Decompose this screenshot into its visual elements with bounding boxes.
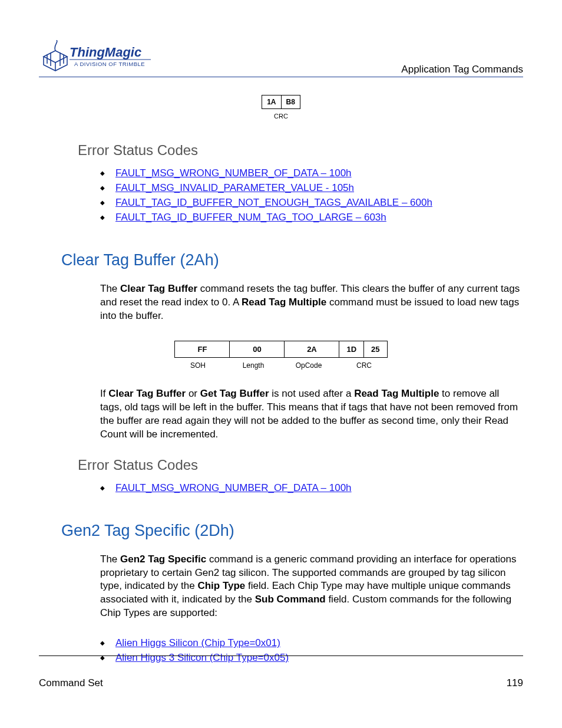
cmd-label: OpCode	[281, 361, 336, 370]
list-item: FAULT_TAG_ID_BUFFER_NUM_TAG_TOO_LARGE – …	[100, 212, 523, 223]
logo-text-main: ThingMagic	[70, 45, 141, 60]
ctb-para-2: If Clear Tag Buffer or Get Tag Buffer is…	[100, 387, 521, 442]
cmd-cell: 2A	[285, 341, 339, 357]
heading-error-status-1: Error Status Codes	[78, 142, 523, 159]
logo: ThingMagic A DIVISION OF TRIMBLE	[39, 40, 157, 77]
fault-link[interactable]: FAULT_MSG_INVALID_PARAMETER_VALUE - 105h	[115, 182, 354, 193]
list-item: FAULT_TAG_ID_BUFFER_NOT_ENOUGH_TAGS_AVAI…	[100, 197, 523, 209]
ctb-para-1: The Clear Tag Buffer command resets the …	[100, 282, 521, 323]
cmd-label: Length	[226, 361, 281, 370]
list-item: FAULT_MSG_WRONG_NUMBER_OF_DATA – 100h	[100, 167, 523, 179]
crc-cell-2: B8	[281, 95, 300, 109]
list-item: Alien Higgs 3 Silicon (Chip Type=0x05)	[100, 652, 523, 664]
cmd-cell: FF	[175, 341, 230, 357]
heading-clear-tag-buffer: Clear Tag Buffer (2Ah)	[61, 251, 523, 269]
list-item: FAULT_MSG_INVALID_PARAMETER_VALUE - 105h	[100, 182, 523, 194]
heading-error-status-2: Error Status Codes	[78, 457, 523, 473]
cmd-cell: 25	[364, 341, 387, 357]
crc-cell-1: 1A	[262, 95, 281, 109]
list-item: Alien Higgs Silicon (Chip Type=0x01)	[100, 637, 523, 649]
chip-type-links: Alien Higgs Silicon (Chip Type=0x01) Ali…	[100, 634, 523, 667]
footer-rule	[39, 655, 523, 656]
cmd-label: CRC	[336, 361, 392, 370]
heading-gen2-tag-specific: Gen2 Tag Specific (2Dh)	[61, 522, 523, 540]
fault-link[interactable]: FAULT_TAG_ID_BUFFER_NUM_TAG_TOO_LARGE – …	[115, 212, 386, 223]
fault-link[interactable]: FAULT_MSG_WRONG_NUMBER_OF_DATA – 100h	[115, 482, 352, 493]
cmd-label: SOH	[170, 361, 226, 370]
footer-page-number: 119	[507, 677, 523, 689]
list-item: FAULT_MSG_WRONG_NUMBER_OF_DATA – 100h	[100, 482, 523, 494]
header-rule	[39, 77, 523, 77]
header-section-title: Application Tag Commands	[401, 64, 523, 75]
error-links-list-1: FAULT_MSG_WRONG_NUMBER_OF_DATA – 100h FA…	[100, 164, 523, 226]
cmd-cell: 1D	[339, 341, 364, 357]
fault-link[interactable]: FAULT_TAG_ID_BUFFER_NOT_ENOUGH_TAGS_AVAI…	[115, 197, 432, 208]
crc-label: CRC	[39, 113, 523, 120]
fault-link[interactable]: FAULT_MSG_WRONG_NUMBER_OF_DATA – 100h	[115, 167, 352, 179]
command-table: FF 00 2A 1D 25	[174, 341, 387, 358]
crc-table: 1A B8	[262, 95, 300, 109]
gen2-para-1: The Gen2 Tag Specific command is a gener…	[100, 553, 521, 621]
chip-type-link[interactable]: Alien Higgs 3 Silicon (Chip Type=0x05)	[115, 652, 289, 663]
command-labels: SOH Length OpCode CRC	[39, 361, 523, 370]
error-links-list-2: FAULT_MSG_WRONG_NUMBER_OF_DATA – 100h	[100, 479, 523, 497]
chip-type-link[interactable]: Alien Higgs Silicon (Chip Type=0x01)	[115, 637, 280, 648]
cmd-cell: 00	[230, 341, 285, 357]
logo-text-sub: A DIVISION OF TRIMBLE	[74, 61, 145, 67]
footer-left: Command Set	[39, 677, 103, 689]
